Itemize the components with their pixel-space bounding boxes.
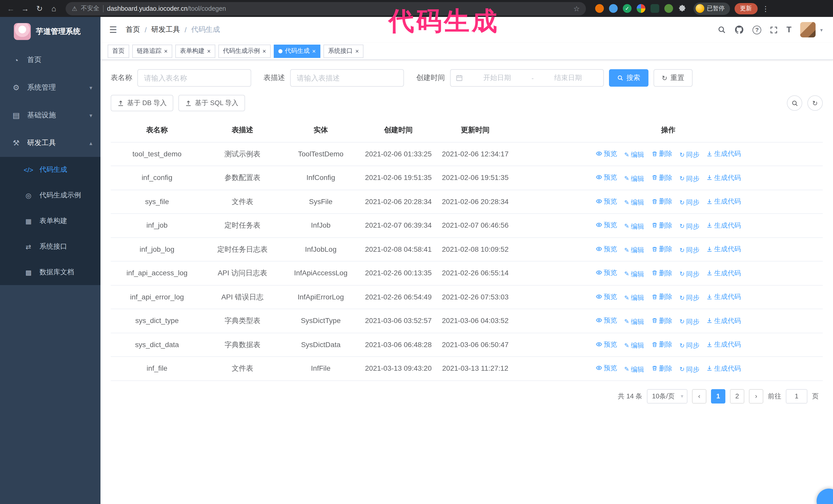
tab-system-api[interactable]: 系统接口 × (324, 44, 363, 58)
sidebar-item-db-doc[interactable]: ▩ 数据库文档 (0, 259, 100, 285)
edit-link[interactable]: ✎ 编辑 (624, 149, 644, 160)
browser-update-button[interactable]: 更新 (734, 3, 757, 14)
edit-link[interactable]: ✎ 编辑 (624, 173, 644, 184)
date-range-picker[interactable]: 开始日期 - 结束日期 (450, 69, 604, 87)
sync-link[interactable]: ↻ 同步 (680, 364, 699, 375)
generate-code-link[interactable]: 生成代码 (707, 148, 741, 159)
tab-codegen-example[interactable]: 代码生成示例 × (218, 44, 271, 58)
bookmark-star-icon[interactable]: ☆ (573, 4, 580, 13)
edit-link[interactable]: ✎ 编辑 (624, 221, 644, 232)
sidebar-item-home[interactable]: ◔ 首页 (0, 46, 100, 74)
home-icon[interactable]: ⌂ (47, 2, 61, 15)
generate-code-link[interactable]: 生成代码 (707, 363, 741, 374)
edit-link[interactable]: ✎ 编辑 (624, 364, 644, 375)
font-size-icon[interactable]: T (786, 25, 791, 34)
sync-link[interactable]: ↻ 同步 (680, 340, 699, 351)
tab-form-builder[interactable]: 表单构建 × (175, 44, 215, 58)
profile-chip[interactable]: 已暂停 (694, 2, 730, 15)
generate-code-link[interactable]: 生成代码 (707, 267, 741, 278)
extensions-puzzle-icon[interactable] (678, 4, 686, 13)
page-1-button[interactable]: 1 (711, 389, 725, 403)
import-db-button[interactable]: 基于 DB 导入 (111, 95, 173, 111)
next-page-button[interactable]: › (749, 389, 763, 403)
tab-home[interactable]: 首页 (108, 44, 129, 58)
preview-link[interactable]: 预览 (595, 243, 617, 254)
preview-link[interactable]: 预览 (595, 362, 617, 373)
edit-link[interactable]: ✎ 编辑 (624, 340, 644, 351)
close-icon[interactable]: × (164, 48, 168, 54)
tab-trace[interactable]: 链路追踪 × (132, 44, 172, 58)
delete-link[interactable]: 删除 (651, 363, 672, 374)
security-label[interactable]: 不安全 (81, 4, 99, 13)
search-icon[interactable] (718, 26, 726, 34)
page-2-button[interactable]: 2 (730, 389, 744, 403)
sync-link[interactable]: ↻ 同步 (680, 245, 699, 255)
generate-code-link[interactable]: 生成代码 (707, 339, 741, 350)
back-icon[interactable]: ← (4, 2, 18, 15)
preview-link[interactable]: 预览 (595, 267, 617, 278)
sync-link[interactable]: ↻ 同步 (680, 173, 699, 184)
generate-code-link[interactable]: 生成代码 (707, 243, 741, 254)
sync-link[interactable]: ↻ 同步 (680, 316, 699, 327)
delete-link[interactable]: 删除 (651, 148, 672, 159)
generate-code-link[interactable]: 生成代码 (707, 291, 741, 302)
extension-dark-icon[interactable] (650, 4, 659, 13)
github-icon[interactable] (735, 25, 744, 34)
refresh-table-button[interactable]: ↻ (807, 95, 823, 111)
sync-link[interactable]: ↻ 同步 (680, 197, 699, 208)
preview-link[interactable]: 预览 (595, 219, 617, 230)
hamburger-icon[interactable]: ☰ (100, 24, 126, 35)
preview-link[interactable]: 预览 (595, 196, 617, 207)
tab-codegen[interactable]: 代码生成 × (274, 44, 320, 58)
app-logo[interactable]: 芋道管理系统 (0, 17, 100, 46)
sidebar-item-codegen-example[interactable]: ◎ 代码生成示例 (0, 183, 100, 208)
reset-button[interactable]: ↻ 重置 (653, 69, 693, 87)
close-icon[interactable]: × (312, 48, 316, 54)
forward-icon[interactable]: → (19, 2, 32, 15)
close-icon[interactable]: × (207, 48, 211, 54)
sidebar-item-system-api[interactable]: ⇄ 系统接口 (0, 234, 100, 259)
extension-green-check-icon[interactable]: ✓ (623, 4, 632, 13)
generate-code-link[interactable]: 生成代码 (707, 172, 741, 183)
delete-link[interactable]: 删除 (651, 267, 672, 278)
delete-link[interactable]: 删除 (651, 315, 672, 326)
sync-link[interactable]: ↻ 同步 (680, 268, 699, 279)
sidebar-item-infra[interactable]: ▤ 基础设施 ▾ (0, 101, 100, 129)
extension-leaf-icon[interactable] (664, 4, 673, 13)
preview-link[interactable]: 预览 (595, 315, 617, 326)
close-icon[interactable]: × (355, 48, 359, 54)
search-button[interactable]: 搜索 (609, 69, 648, 87)
import-sql-button[interactable]: 基于 SQL 导入 (178, 95, 245, 111)
sync-link[interactable]: ↻ 同步 (680, 292, 699, 303)
generate-code-link[interactable]: 生成代码 (707, 196, 741, 207)
page-size-select[interactable]: 10条/页 ▾ (647, 389, 687, 403)
user-avatar[interactable] (800, 22, 815, 38)
delete-link[interactable]: 删除 (651, 220, 672, 231)
breadcrumb-devtools[interactable]: 研发工具 (151, 25, 180, 34)
generate-code-link[interactable]: 生成代码 (707, 315, 741, 326)
reload-icon[interactable]: ↻ (33, 2, 46, 15)
help-icon[interactable]: ? (753, 25, 761, 34)
goto-page-input[interactable] (786, 389, 807, 403)
generate-code-link[interactable]: 生成代码 (707, 220, 741, 231)
extension-orange-icon[interactable] (595, 4, 604, 13)
url-text[interactable]: dashboard.yudao.iocoder.cn/tool/codegen (107, 5, 226, 12)
sidebar-item-system[interactable]: ⚙ 系统管理 ▾ (0, 74, 100, 101)
address-bar[interactable]: ⚠ 不安全 dashboard.yudao.iocoder.cn/tool/co… (66, 2, 586, 15)
extension-colorful-icon[interactable] (637, 4, 645, 13)
sync-link[interactable]: ↻ 同步 (680, 221, 699, 232)
close-icon[interactable]: × (262, 48, 266, 54)
table-name-input[interactable] (137, 69, 251, 87)
sidebar-item-devtools[interactable]: ⚒ 研发工具 ▴ (0, 129, 100, 157)
delete-link[interactable]: 删除 (651, 291, 672, 302)
toggle-search-button[interactable] (787, 95, 802, 111)
edit-link[interactable]: ✎ 编辑 (624, 245, 644, 255)
prev-page-button[interactable]: ‹ (692, 389, 706, 403)
edit-link[interactable]: ✎ 编辑 (624, 197, 644, 208)
preview-link[interactable]: 预览 (595, 291, 617, 302)
sidebar-item-codegen[interactable]: </> 代码生成 (0, 157, 100, 183)
delete-link[interactable]: 删除 (651, 243, 672, 254)
extension-blue-icon[interactable] (609, 4, 618, 13)
browser-menu-icon[interactable]: ⋮ (762, 4, 769, 13)
fullscreen-icon[interactable] (770, 26, 778, 33)
